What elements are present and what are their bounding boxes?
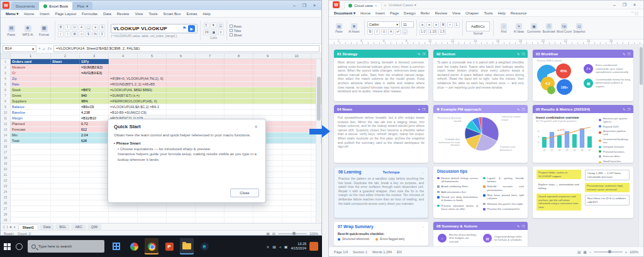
table-row[interactable]: 7Gross940=SUM(B7:E7) (x,=)	[1, 93, 321, 99]
vertical-scrollbar[interactable]	[638, 45, 643, 248]
sheet-nav-icon[interactable]: ⟩	[6, 225, 8, 229]
cell[interactable]	[51, 144, 80, 149]
collapse-ribbon-icon[interactable]: ⌃ ▢	[631, 11, 638, 15]
tool-icon[interactable]: B	[58, 25, 64, 30]
cell[interactable]: Rate	[11, 82, 51, 87]
ribbon-button-comments[interactable]: ▣Comments	[526, 18, 541, 38]
row-number[interactable]: 15	[1, 138, 11, 143]
tool-icon[interactable]: ≣	[440, 22, 446, 28]
column-header-2[interactable]: 2	[51, 53, 80, 58]
dialog-close-button[interactable]: Close	[230, 189, 259, 197]
menu-item-insert[interactable]: Insert	[40, 12, 49, 16]
menu-item-smart-box[interactable]: Smart Box	[163, 12, 180, 16]
cell[interactable]	[80, 178, 109, 183]
cell[interactable]	[80, 172, 109, 177]
row-number[interactable]: 27	[1, 206, 11, 211]
cell[interactable]	[51, 212, 80, 217]
row-number[interactable]: 18	[1, 155, 11, 160]
tab-untitled[interactable]: Untitled Cases ▾	[389, 3, 416, 7]
tool-icon[interactable]: ≡	[426, 22, 432, 28]
more-icon[interactable]: ⌄	[422, 224, 425, 232]
cell[interactable]	[51, 138, 80, 143]
cell[interactable]	[51, 178, 80, 183]
cell[interactable]: 940	[80, 93, 109, 98]
row-number[interactable]: 22	[1, 178, 11, 183]
table-row[interactable]: 10Baseline4,238=B10-B9 =SUM(C2:C9)	[1, 110, 321, 116]
dialog-close-icon[interactable]: ×	[252, 124, 260, 129]
menu-item-design[interactable]: Design	[404, 11, 416, 15]
column-header-3[interactable]: 3	[80, 53, 109, 58]
cell[interactable]	[11, 172, 51, 177]
tool-icon[interactable]: 1.5	[438, 29, 446, 35]
cell[interactable]: =B6*2	[80, 87, 109, 92]
cell[interactable]: Suppliers	[11, 99, 51, 104]
menu-item-data[interactable]: Data	[103, 12, 111, 16]
cell[interactable]	[51, 116, 80, 121]
sheet-tab-q99[interactable]: Q99	[87, 224, 101, 230]
insert-function-button[interactable]: ▶	[188, 25, 195, 32]
cell[interactable]	[80, 155, 109, 160]
column-header-4[interactable]: 4	[109, 53, 138, 58]
tool-icon[interactable]: %	[92, 31, 98, 37]
zoom-slider[interactable]	[594, 251, 623, 253]
tool-icon[interactable]: ▼	[211, 23, 216, 28]
tool-icon[interactable]: S	[99, 25, 105, 30]
menu-item-page-layout[interactable]: Page Layout	[55, 12, 76, 16]
tab-excel-book[interactable]: Excel Book	[39, 2, 72, 10]
cell[interactable]	[109, 65, 321, 70]
cell[interactable]	[51, 121, 80, 126]
row-number[interactable]: 4	[1, 76, 11, 81]
tool-icon[interactable]: •	[447, 22, 453, 28]
ribbon-button-bookmark[interactable]: ⎙Bookmark	[541, 18, 557, 38]
cell[interactable]	[51, 133, 80, 138]
tray-icon[interactable]: ▤	[272, 244, 276, 249]
sheet-tab-bgl[interactable]: BGL	[55, 224, 70, 230]
tray-icon[interactable]: ∧	[267, 244, 269, 249]
cell[interactable]: 4,238	[80, 110, 109, 115]
table-row[interactable]: 2Measure=SUM(B2:E2)	[1, 65, 321, 70]
cell[interactable]	[51, 161, 80, 166]
sheet-nav-icon[interactable]: +	[14, 225, 16, 229]
cell[interactable]: Min	[11, 133, 51, 138]
maximize-button[interactable]: ❐	[300, 2, 309, 9]
cell[interactable]	[51, 183, 80, 189]
styles-gallery[interactable]: AaBbCc Normal	[465, 18, 491, 38]
tool-icon[interactable]: ⟩	[65, 31, 70, 37]
tool-icon[interactable]: x²	[395, 29, 401, 35]
cell[interactable]	[80, 212, 109, 217]
cell[interactable]: Cr	[11, 70, 51, 75]
edit-icon[interactable]: ✎	[517, 224, 519, 228]
cell[interactable]: 2.04	[80, 133, 109, 138]
scroll-thumb[interactable]	[317, 77, 321, 121]
column-header-8[interactable]: 8	[225, 53, 253, 58]
ribbon-button-snapshot[interactable]: ⊡Snapshot	[572, 18, 587, 38]
view-page-icon[interactable]: ▤	[272, 232, 275, 236]
menu-item-refer[interactable]: Refer	[421, 11, 430, 15]
edge-icon[interactable]: e	[197, 238, 211, 254]
maximize-button[interactable]: ❐	[620, 1, 629, 9]
zoom-out-button[interactable]: –	[589, 250, 591, 254]
cell[interactable]	[11, 150, 51, 155]
row-number[interactable]: 2	[1, 65, 11, 70]
table-row[interactable]: 9Balance=B9+C9=VLOOKUP(A9,$A:$C,2) =B9-1	[1, 104, 321, 110]
menu-item-help[interactable]: Help	[497, 11, 505, 15]
function-search-input[interactable]: VLOOKUP VLOOKUP ⚑ ▶	[111, 24, 197, 33]
cell[interactable]: Total	[11, 138, 51, 143]
tool-icon[interactable]: A	[388, 29, 394, 35]
cell[interactable]	[11, 195, 51, 200]
cell[interactable]	[11, 178, 51, 183]
font-size-select[interactable]: 11	[401, 21, 414, 28]
table-row[interactable]: 28	[1, 212, 321, 217]
cell[interactable]: 0.72	[80, 121, 109, 126]
cell[interactable]	[51, 65, 80, 70]
column-header-7[interactable]: 7	[196, 53, 225, 58]
cell[interactable]	[11, 189, 51, 194]
sheet-tab-data[interactable]: Data	[40, 224, 55, 230]
cell[interactable]	[11, 155, 51, 160]
sheet-nav-icon[interactable]: ≡	[9, 225, 11, 229]
chrome-icon[interactable]	[145, 238, 158, 254]
file-explorer-icon[interactable]	[180, 238, 194, 254]
tool-icon[interactable]: ▢	[402, 29, 408, 35]
cell[interactable]	[80, 206, 109, 211]
tab-documents[interactable]: Documents	[11, 2, 39, 10]
